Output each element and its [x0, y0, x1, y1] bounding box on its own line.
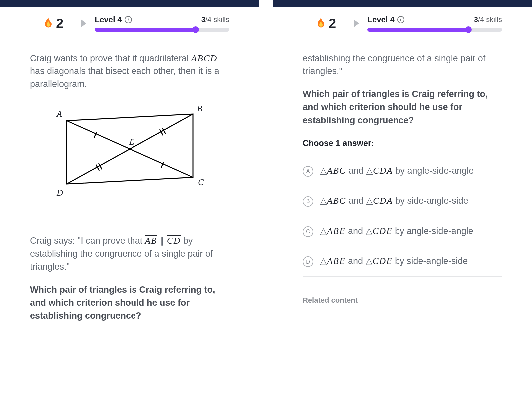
- vertex-D: D: [56, 188, 63, 198]
- trailing-text: establishing the congruence of a single …: [303, 52, 502, 78]
- choice-A[interactable]: A △ABC and △CDA by angle-side-angle: [303, 156, 502, 186]
- skills-count: 3/4 skills: [201, 15, 229, 24]
- vertex-A: A: [56, 109, 62, 119]
- flame-icon: [43, 17, 53, 29]
- answer-content: establishing the congruence of a single …: [273, 40, 532, 306]
- two-pane-layout: 2 Level 4 i 3/4 skills Cr: [0, 0, 532, 399]
- choice-letter: D: [303, 256, 313, 267]
- vertex-C: C: [198, 177, 204, 187]
- right-pane: 2 Level 4 i 3/4 skills establishin: [273, 0, 532, 399]
- choice-B[interactable]: B △ABC and △CDA by side-angle-side: [303, 186, 502, 216]
- choice-C[interactable]: C △ABE and △CDE by angle-side-angle: [303, 216, 502, 247]
- level-label: Level 4: [367, 15, 394, 24]
- choose-label: Choose 1 answer:: [303, 137, 502, 149]
- top-bar: [0, 0, 259, 7]
- flame-icon: [316, 17, 326, 29]
- progress-header: 2 Level 4 i 3/4 skills: [273, 7, 532, 40]
- info-icon[interactable]: i: [125, 16, 132, 23]
- play-icon[interactable]: [81, 19, 86, 27]
- play-icon[interactable]: [354, 19, 359, 27]
- progress-thumb: [192, 26, 199, 33]
- intro-text: Craig wants to prove that if quadrilater…: [30, 52, 229, 91]
- progress-bar: [367, 28, 502, 32]
- question-text: Which pair of triangles is Craig referri…: [303, 88, 502, 127]
- svg-line-2: [67, 114, 193, 184]
- related-content-heading: Related content: [303, 295, 502, 306]
- streak-badge: 2: [316, 16, 336, 31]
- choice-text: △ABC and △CDA by side-angle-side: [320, 195, 468, 207]
- choice-text: △ABE and △CDE by side-angle-side: [320, 255, 468, 268]
- streak-count: 2: [329, 16, 336, 31]
- info-icon[interactable]: i: [397, 16, 404, 23]
- choice-D[interactable]: D △ABE and △CDE by side-angle-side: [303, 246, 502, 277]
- vertex-B: B: [197, 104, 202, 113]
- streak-count: 2: [56, 16, 63, 31]
- choice-text: △ABC and △CDA by angle-side-angle: [320, 165, 474, 177]
- level-label: Level 4: [95, 15, 122, 24]
- left-pane: 2 Level 4 i 3/4 skills Cr: [0, 0, 259, 399]
- divider: [72, 17, 72, 30]
- divider: [345, 17, 345, 30]
- vertex-E: E: [129, 137, 134, 147]
- progress-thumb: [465, 26, 472, 33]
- level-block: Level 4 i 3/4 skills: [95, 15, 229, 32]
- skills-count: 3/4 skills: [474, 15, 502, 24]
- choice-list: A △ABC and △CDA by angle-side-angle B △A…: [303, 156, 502, 277]
- question-content: Craig wants to prove that if quadrilater…: [0, 40, 259, 322]
- choice-letter: C: [303, 226, 313, 237]
- choice-text: △ABE and △CDE by angle-side-angle: [320, 225, 473, 238]
- level-block: Level 4 i 3/4 skills: [367, 15, 502, 32]
- choice-letter: A: [303, 166, 313, 177]
- progress-header: 2 Level 4 i 3/4 skills: [0, 7, 259, 40]
- quote-text: Craig says: "I can prove that AB ∥ CD by…: [30, 234, 229, 273]
- streak-badge: 2: [43, 16, 63, 31]
- top-bar: [273, 0, 532, 7]
- quadrilateral-figure: A B C D E: [40, 101, 229, 217]
- progress-fill: [367, 28, 468, 32]
- progress-bar: [95, 28, 229, 32]
- progress-fill: [95, 28, 196, 32]
- choice-letter: B: [303, 196, 313, 207]
- question-text: Which pair of triangles is Craig referri…: [30, 283, 229, 322]
